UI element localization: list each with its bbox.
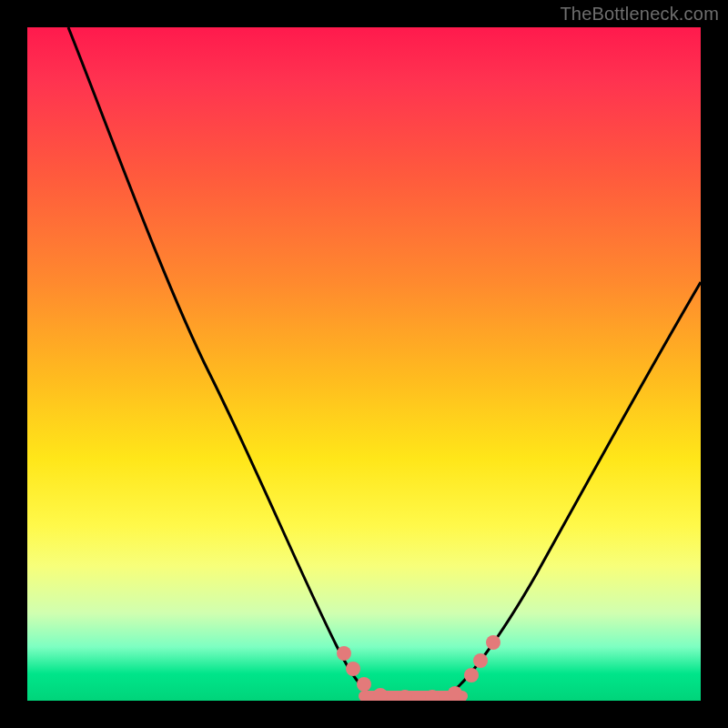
marker-dot <box>346 662 360 676</box>
marker-dot <box>337 646 351 661</box>
attribution-text: TheBottleneck.com <box>560 4 719 25</box>
marker-dot <box>357 677 371 692</box>
chart-plot-area <box>27 27 701 701</box>
right-curve <box>446 282 701 696</box>
marker-dot <box>473 653 488 668</box>
chart-frame: TheBottleneck.com <box>0 0 728 728</box>
marker-dot <box>448 686 462 701</box>
marker-dot <box>486 635 500 650</box>
left-curve <box>68 27 378 696</box>
chart-svg <box>27 27 701 701</box>
marker-dot <box>373 688 388 701</box>
marker-dot <box>464 668 479 682</box>
